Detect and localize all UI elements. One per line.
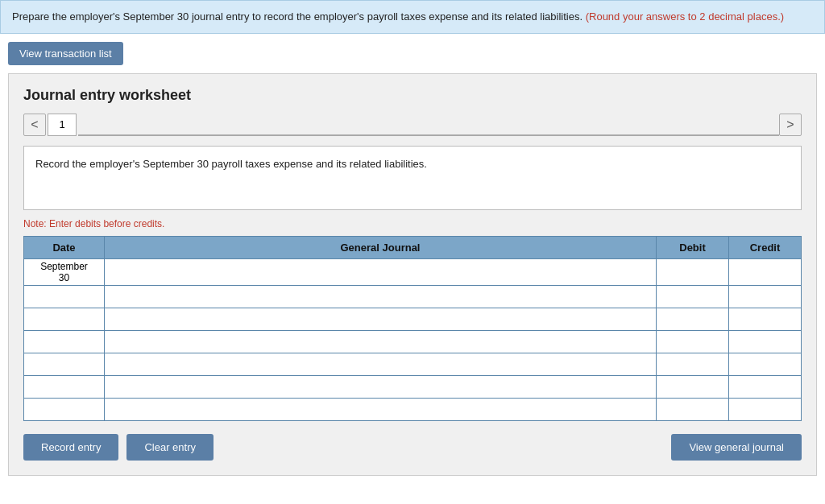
row-credit-cell-3[interactable] bbox=[729, 308, 802, 330]
row-credit-cell-2[interactable] bbox=[729, 285, 802, 308]
row-date-cell-5 bbox=[24, 353, 105, 375]
nav-row: < 1 > bbox=[23, 114, 802, 136]
table-row: September30 bbox=[24, 258, 802, 285]
row-gj-cell-2[interactable] bbox=[105, 285, 657, 308]
debit-input-6[interactable] bbox=[657, 376, 728, 398]
row-date-cell-4 bbox=[24, 330, 105, 353]
view-general-journal-button[interactable]: View general journal bbox=[671, 434, 802, 461]
credit-input-3[interactable] bbox=[729, 308, 801, 330]
credit-input-2[interactable] bbox=[729, 286, 801, 308]
row-credit-cell-7[interactable] bbox=[729, 398, 802, 420]
row-date-cell: September30 bbox=[24, 258, 105, 285]
row-debit-cell-5[interactable] bbox=[657, 353, 729, 375]
tab-line bbox=[78, 114, 779, 136]
table-row bbox=[24, 375, 802, 398]
row-gj-cell-3[interactable] bbox=[105, 308, 657, 330]
row-date-cell-7 bbox=[24, 398, 105, 420]
row-date-cell-6 bbox=[24, 375, 105, 398]
credit-input-1[interactable] bbox=[729, 259, 801, 285]
credit-input-6[interactable] bbox=[729, 376, 801, 398]
row-debit-cell-3[interactable] bbox=[657, 308, 729, 330]
table-row bbox=[24, 353, 802, 375]
row-gj-cell-5[interactable] bbox=[105, 353, 657, 375]
debit-input-1[interactable] bbox=[657, 259, 728, 285]
instruction-highlight: (Round your answers to 2 decimal places.… bbox=[586, 10, 784, 23]
row-gj-cell-4[interactable] bbox=[105, 330, 657, 353]
description-text: Record the employer's September 30 payro… bbox=[35, 158, 427, 170]
gj-input-2[interactable] bbox=[105, 286, 656, 308]
table-row bbox=[24, 285, 802, 308]
bottom-buttons: Record entry Clear entry View general jo… bbox=[23, 434, 802, 461]
gj-input-1[interactable] bbox=[105, 259, 656, 285]
gj-input-3[interactable] bbox=[105, 308, 656, 330]
row-date-cell-3 bbox=[24, 308, 105, 330]
worksheet-container: Journal entry worksheet < 1 > Record the… bbox=[8, 73, 817, 476]
nav-next-button[interactable]: > bbox=[779, 114, 802, 136]
col-header-date: Date bbox=[24, 236, 105, 258]
row-credit-cell-1[interactable] bbox=[729, 258, 802, 285]
gj-input-5[interactable] bbox=[105, 353, 656, 375]
col-header-credit: Credit bbox=[729, 236, 802, 258]
gj-input-7[interactable] bbox=[105, 399, 656, 420]
table-row bbox=[24, 398, 802, 420]
debit-input-5[interactable] bbox=[657, 353, 728, 375]
row-debit-cell-2[interactable] bbox=[657, 285, 729, 308]
debit-input-3[interactable] bbox=[657, 308, 728, 330]
worksheet-title: Journal entry worksheet bbox=[23, 87, 802, 104]
row-credit-cell-6[interactable] bbox=[729, 375, 802, 398]
gj-input-4[interactable] bbox=[105, 331, 656, 353]
col-header-gj: General Journal bbox=[105, 236, 657, 258]
gj-input-6[interactable] bbox=[105, 376, 656, 398]
row-date-cell-2 bbox=[24, 285, 105, 308]
view-transaction-button[interactable]: View transaction list bbox=[8, 42, 123, 65]
row-debit-cell-1[interactable] bbox=[657, 258, 729, 285]
row-gj-cell-7[interactable] bbox=[105, 398, 657, 420]
debit-input-2[interactable] bbox=[657, 286, 728, 308]
row-gj-cell-6[interactable] bbox=[105, 375, 657, 398]
table-row bbox=[24, 330, 802, 353]
instruction-text: Prepare the employer's September 30 jour… bbox=[12, 10, 582, 23]
clear-entry-button[interactable]: Clear entry bbox=[126, 434, 214, 461]
description-box: Record the employer's September 30 payro… bbox=[23, 146, 802, 210]
credit-input-7[interactable] bbox=[729, 399, 801, 420]
debit-input-4[interactable] bbox=[657, 331, 728, 353]
credit-input-5[interactable] bbox=[729, 353, 801, 375]
row-credit-cell-4[interactable] bbox=[729, 330, 802, 353]
row-debit-cell-7[interactable] bbox=[657, 398, 729, 420]
record-entry-button[interactable]: Record entry bbox=[23, 434, 118, 461]
row-debit-cell-4[interactable] bbox=[657, 330, 729, 353]
note-text: Note: Enter debits before credits. bbox=[23, 218, 802, 229]
col-header-debit: Debit bbox=[657, 236, 729, 258]
table-row bbox=[24, 308, 802, 330]
page-number: 1 bbox=[48, 114, 77, 136]
credit-input-4[interactable] bbox=[729, 331, 801, 353]
journal-table: Date General Journal Debit Credit Septem… bbox=[23, 236, 802, 421]
nav-prev-button[interactable]: < bbox=[23, 114, 46, 136]
instruction-bar: Prepare the employer's September 30 jour… bbox=[0, 0, 825, 34]
row-gj-cell-1[interactable] bbox=[105, 258, 657, 285]
row-debit-cell-6[interactable] bbox=[657, 375, 729, 398]
debit-input-7[interactable] bbox=[657, 399, 728, 420]
row-credit-cell-5[interactable] bbox=[729, 353, 802, 375]
